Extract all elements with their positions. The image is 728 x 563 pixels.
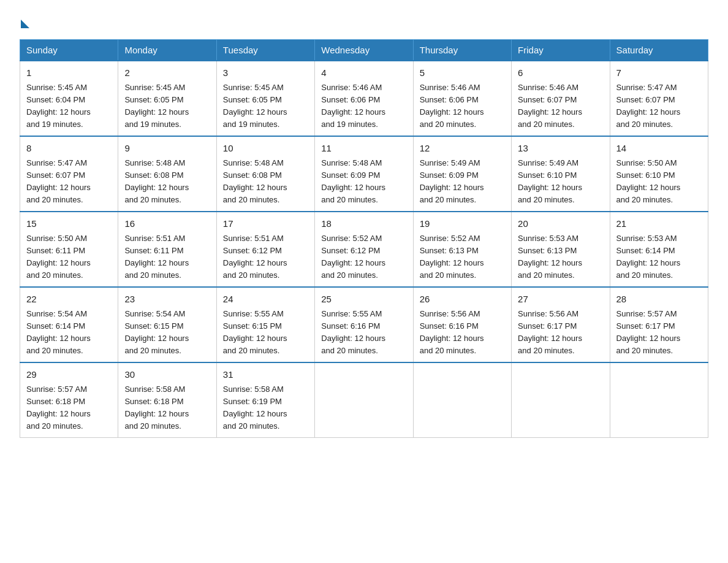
day-number: 17	[223, 217, 308, 231]
day-cell	[512, 362, 610, 438]
day-info: Sunrise: 5:46 AMSunset: 6:07 PMDaylight:…	[518, 83, 582, 129]
day-cell: 3 Sunrise: 5:45 AMSunset: 6:05 PMDayligh…	[216, 61, 314, 136]
day-info: Sunrise: 5:50 AMSunset: 6:11 PMDaylight:…	[26, 234, 91, 280]
day-cell: 7 Sunrise: 5:47 AMSunset: 6:07 PMDayligh…	[610, 61, 708, 136]
day-number: 1	[26, 66, 112, 80]
week-row: 1 Sunrise: 5:45 AMSunset: 6:04 PMDayligh…	[20, 61, 708, 136]
day-info: Sunrise: 5:55 AMSunset: 6:15 PMDaylight:…	[223, 309, 287, 355]
day-cell: 19 Sunrise: 5:52 AMSunset: 6:13 PMDaylig…	[413, 212, 511, 287]
day-cell: 2 Sunrise: 5:45 AMSunset: 6:05 PMDayligh…	[118, 61, 216, 136]
calendar-table: SundayMondayTuesdayWednesdayThursdayFrid…	[20, 39, 708, 438]
day-number: 29	[26, 368, 112, 382]
day-info: Sunrise: 5:51 AMSunset: 6:11 PMDaylight:…	[124, 234, 189, 280]
day-info: Sunrise: 5:48 AMSunset: 6:09 PMDaylight:…	[321, 158, 385, 204]
day-info: Sunrise: 5:47 AMSunset: 6:07 PMDaylight:…	[26, 158, 91, 204]
day-info: Sunrise: 5:54 AMSunset: 6:14 PMDaylight:…	[26, 309, 91, 355]
day-number: 3	[223, 66, 308, 80]
day-number: 25	[321, 293, 406, 307]
day-info: Sunrise: 5:49 AMSunset: 6:10 PMDaylight:…	[518, 158, 582, 204]
day-cell: 12 Sunrise: 5:49 AMSunset: 6:09 PMDaylig…	[413, 136, 511, 212]
day-info: Sunrise: 5:48 AMSunset: 6:08 PMDaylight:…	[124, 158, 189, 204]
day-of-week-header: Saturday	[610, 40, 708, 61]
day-info: Sunrise: 5:56 AMSunset: 6:16 PMDaylight:…	[420, 309, 484, 355]
day-cell: 30 Sunrise: 5:58 AMSunset: 6:18 PMDaylig…	[118, 362, 216, 438]
day-number: 27	[518, 293, 603, 307]
day-cell	[413, 362, 511, 438]
day-number: 28	[616, 293, 702, 307]
day-cell	[610, 362, 708, 438]
week-row: 29 Sunrise: 5:57 AMSunset: 6:18 PMDaylig…	[20, 362, 708, 438]
day-cell: 8 Sunrise: 5:47 AMSunset: 6:07 PMDayligh…	[20, 136, 118, 212]
day-number: 10	[223, 142, 308, 156]
day-info: Sunrise: 5:53 AMSunset: 6:14 PMDaylight:…	[616, 234, 681, 280]
day-of-week-header: Wednesday	[315, 40, 413, 61]
day-info: Sunrise: 5:46 AMSunset: 6:06 PMDaylight:…	[321, 83, 385, 129]
day-of-week-header: Monday	[118, 40, 216, 61]
day-cell: 23 Sunrise: 5:54 AMSunset: 6:15 PMDaylig…	[118, 287, 216, 362]
day-number: 18	[321, 217, 406, 231]
day-number: 4	[321, 66, 406, 80]
day-info: Sunrise: 5:54 AMSunset: 6:15 PMDaylight:…	[124, 309, 189, 355]
day-info: Sunrise: 5:45 AMSunset: 6:05 PMDaylight:…	[124, 83, 189, 129]
day-number: 24	[223, 293, 308, 307]
day-info: Sunrise: 5:57 AMSunset: 6:18 PMDaylight:…	[26, 385, 91, 431]
day-number: 26	[420, 293, 505, 307]
day-cell: 29 Sunrise: 5:57 AMSunset: 6:18 PMDaylig…	[20, 362, 118, 438]
day-cell: 10 Sunrise: 5:48 AMSunset: 6:08 PMDaylig…	[216, 136, 314, 212]
day-number: 30	[124, 368, 210, 382]
week-row: 22 Sunrise: 5:54 AMSunset: 6:14 PMDaylig…	[20, 287, 708, 362]
day-cell: 5 Sunrise: 5:46 AMSunset: 6:06 PMDayligh…	[413, 61, 511, 136]
day-number: 2	[124, 66, 210, 80]
logo	[20, 15, 29, 28]
day-cell: 16 Sunrise: 5:51 AMSunset: 6:11 PMDaylig…	[118, 212, 216, 287]
day-info: Sunrise: 5:49 AMSunset: 6:09 PMDaylight:…	[420, 158, 484, 204]
day-info: Sunrise: 5:48 AMSunset: 6:08 PMDaylight:…	[223, 158, 287, 204]
day-number: 22	[26, 293, 112, 307]
day-number: 14	[616, 142, 702, 156]
day-number: 13	[518, 142, 603, 156]
day-info: Sunrise: 5:58 AMSunset: 6:18 PMDaylight:…	[124, 385, 189, 431]
day-info: Sunrise: 5:55 AMSunset: 6:16 PMDaylight:…	[321, 309, 385, 355]
day-of-week-header: Friday	[512, 40, 610, 61]
day-number: 21	[616, 217, 702, 231]
day-cell: 25 Sunrise: 5:55 AMSunset: 6:16 PMDaylig…	[315, 287, 413, 362]
day-info: Sunrise: 5:56 AMSunset: 6:17 PMDaylight:…	[518, 309, 582, 355]
day-cell: 11 Sunrise: 5:48 AMSunset: 6:09 PMDaylig…	[315, 136, 413, 212]
day-cell: 20 Sunrise: 5:53 AMSunset: 6:13 PMDaylig…	[512, 212, 610, 287]
day-number: 5	[420, 66, 505, 80]
week-row: 15 Sunrise: 5:50 AMSunset: 6:11 PMDaylig…	[20, 212, 708, 287]
day-info: Sunrise: 5:46 AMSunset: 6:06 PMDaylight:…	[420, 83, 484, 129]
day-cell: 15 Sunrise: 5:50 AMSunset: 6:11 PMDaylig…	[20, 212, 118, 287]
day-cell: 14 Sunrise: 5:50 AMSunset: 6:10 PMDaylig…	[610, 136, 708, 212]
day-info: Sunrise: 5:45 AMSunset: 6:04 PMDaylight:…	[26, 83, 91, 129]
day-info: Sunrise: 5:53 AMSunset: 6:13 PMDaylight:…	[518, 234, 582, 280]
day-cell: 6 Sunrise: 5:46 AMSunset: 6:07 PMDayligh…	[512, 61, 610, 136]
day-of-week-header: Thursday	[413, 40, 511, 61]
day-number: 8	[26, 142, 112, 156]
day-info: Sunrise: 5:52 AMSunset: 6:12 PMDaylight:…	[321, 234, 385, 280]
days-of-week-row: SundayMondayTuesdayWednesdayThursdayFrid…	[20, 40, 708, 61]
day-number: 15	[26, 217, 112, 231]
day-info: Sunrise: 5:57 AMSunset: 6:17 PMDaylight:…	[616, 309, 681, 355]
day-info: Sunrise: 5:52 AMSunset: 6:13 PMDaylight:…	[420, 234, 484, 280]
day-cell	[315, 362, 413, 438]
day-number: 20	[518, 217, 603, 231]
day-number: 7	[616, 66, 702, 80]
day-info: Sunrise: 5:58 AMSunset: 6:19 PMDaylight:…	[223, 385, 287, 431]
day-cell: 26 Sunrise: 5:56 AMSunset: 6:16 PMDaylig…	[413, 287, 511, 362]
week-row: 8 Sunrise: 5:47 AMSunset: 6:07 PMDayligh…	[20, 136, 708, 212]
day-number: 23	[124, 293, 210, 307]
day-cell: 24 Sunrise: 5:55 AMSunset: 6:15 PMDaylig…	[216, 287, 314, 362]
day-cell: 9 Sunrise: 5:48 AMSunset: 6:08 PMDayligh…	[118, 136, 216, 212]
day-cell: 31 Sunrise: 5:58 AMSunset: 6:19 PMDaylig…	[216, 362, 314, 438]
day-cell: 4 Sunrise: 5:46 AMSunset: 6:06 PMDayligh…	[315, 61, 413, 136]
day-info: Sunrise: 5:45 AMSunset: 6:05 PMDaylight:…	[223, 83, 287, 129]
day-cell: 27 Sunrise: 5:56 AMSunset: 6:17 PMDaylig…	[512, 287, 610, 362]
day-cell: 17 Sunrise: 5:51 AMSunset: 6:12 PMDaylig…	[216, 212, 314, 287]
day-cell: 21 Sunrise: 5:53 AMSunset: 6:14 PMDaylig…	[610, 212, 708, 287]
day-info: Sunrise: 5:51 AMSunset: 6:12 PMDaylight:…	[223, 234, 287, 280]
day-number: 16	[124, 217, 210, 231]
day-of-week-header: Tuesday	[216, 40, 314, 61]
day-cell: 13 Sunrise: 5:49 AMSunset: 6:10 PMDaylig…	[512, 136, 610, 212]
day-number: 11	[321, 142, 406, 156]
